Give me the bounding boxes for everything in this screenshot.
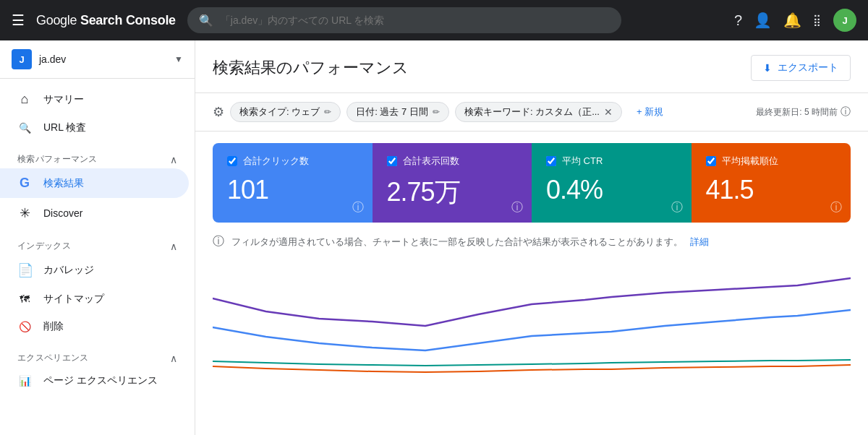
sidebar-item-label: URL 検査: [43, 121, 86, 134]
metric-checkbox-impressions[interactable]: [387, 156, 397, 166]
export-button[interactable]: ⬇ エクスポート: [751, 55, 851, 81]
sidebar-item-label: サイトマップ: [43, 293, 104, 306]
avatar[interactable]: J: [833, 9, 856, 32]
filter-chip-keyword[interactable]: 検索キーワード: カスタム（正... ✕: [455, 102, 622, 122]
content-area: 検索結果のパフォーマンス ⬇ エクスポート ⚙ 検索タイプ: ウェブ ✏ 日付:…: [195, 40, 868, 435]
sidebar-item-label: Discover: [43, 207, 82, 219]
metric-checkbox-ctr[interactable]: [546, 156, 556, 166]
header-icons: ? 👤 🔔 ⣿ J: [734, 9, 856, 32]
sidebar-item-url-inspection[interactable]: 🔍 URL 検査: [0, 114, 189, 142]
metric-value-impressions: 2.75万: [387, 175, 518, 210]
metric-label-clicks: 合計クリック数: [227, 155, 358, 168]
page-title: 検索結果のパフォーマンス: [213, 57, 409, 79]
performance-chart: [213, 255, 851, 400]
search-nav-icon: 🔍: [17, 122, 32, 134]
sidebar-item-discover[interactable]: ✳ Discover: [0, 198, 189, 228]
property-dropdown-arrow[interactable]: ▼: [174, 54, 183, 64]
edit-icon[interactable]: ✏: [324, 107, 331, 117]
sidebar-item-search-results[interactable]: G 検索結果: [0, 168, 189, 198]
metric-value-ctr: 0.4%: [546, 175, 677, 205]
chart-area: [213, 255, 851, 400]
sidebar-item-coverage[interactable]: 📄 カバレッジ: [0, 255, 189, 285]
sitemaps-icon: 🗺: [17, 293, 32, 305]
metric-value-clicks: 101: [227, 175, 358, 205]
app-logo: Google Search Console: [36, 13, 176, 28]
clicks-chart-line: [213, 310, 851, 350]
coverage-icon: 📄: [17, 262, 32, 278]
metric-label-ctr: 平均 CTR: [546, 155, 677, 168]
menu-icon[interactable]: ☰: [12, 12, 25, 29]
search-input[interactable]: [221, 14, 610, 26]
metric-card-impressions[interactable]: 合計表示回数 2.75万 ⓘ: [373, 143, 532, 223]
sidebar-item-page-experience[interactable]: 📊 ページ エクスペリエンス: [0, 367, 189, 395]
help-circle-icon[interactable]: ⓘ: [841, 105, 851, 119]
google-g-icon: G: [17, 176, 32, 191]
property-name: ja.dev: [39, 53, 167, 65]
help-icon-position[interactable]: ⓘ: [830, 200, 842, 215]
content-header: 検索結果のパフォーマンス ⬇ エクスポート: [195, 40, 868, 93]
metric-checkbox-position[interactable]: [706, 156, 716, 166]
close-icon[interactable]: ✕: [604, 106, 613, 118]
discover-icon: ✳: [17, 205, 32, 221]
filter-chip-search-type[interactable]: 検索タイプ: ウェブ ✏: [230, 102, 341, 122]
info-banner: ⓘ フィルタが適用されている場合、チャートと表に一部を反映した合計や結果が表示さ…: [213, 234, 851, 249]
filter-chip-date[interactable]: 日付: 過去 7 日間 ✏: [346, 102, 449, 122]
help-icon[interactable]: ?: [734, 12, 742, 29]
help-icon-impressions[interactable]: ⓘ: [511, 200, 523, 215]
metric-card-position[interactable]: 平均掲載順位 41.5 ⓘ: [692, 143, 851, 223]
main-layout: J ja.dev ▼ ⌂ サマリー 🔍 URL 検査 検索パフォーマンス ∧ G…: [0, 40, 868, 435]
new-filter-button[interactable]: + 新規: [628, 103, 672, 121]
sidebar-item-removals[interactable]: 🚫 削除: [0, 313, 189, 340]
help-icon-clicks[interactable]: ⓘ: [352, 200, 364, 215]
nav-section-experience: エクスペリエンス ∧: [0, 340, 195, 367]
sidebar-item-label: ページ エクスペリエンス: [43, 374, 158, 387]
sidebar-item-summary[interactable]: ⌂ サマリー: [0, 85, 189, 114]
metric-value-position: 41.5: [706, 175, 837, 205]
page-experience-icon: 📊: [17, 375, 32, 387]
edit-icon-date[interactable]: ✏: [433, 107, 440, 117]
sidebar: J ja.dev ▼ ⌂ サマリー 🔍 URL 検査 検索パフォーマンス ∧ G…: [0, 40, 195, 435]
chevron-up-icon-experience[interactable]: ∧: [170, 353, 177, 364]
property-selector[interactable]: J ja.dev ▼: [0, 40, 195, 79]
download-icon: ⬇: [763, 62, 772, 74]
metric-label-position: 平均掲載順位: [706, 155, 837, 168]
sidebar-item-sitemaps[interactable]: 🗺 サイトマップ: [0, 285, 189, 313]
info-link[interactable]: 詳細: [690, 236, 709, 249]
metric-card-ctr[interactable]: 平均 CTR 0.4% ⓘ: [532, 143, 692, 223]
chevron-up-icon-index[interactable]: ∧: [170, 241, 177, 252]
chevron-up-icon[interactable]: ∧: [170, 154, 177, 165]
account-icon[interactable]: 👤: [754, 12, 772, 29]
property-icon: J: [12, 49, 32, 69]
metric-card-clicks[interactable]: 合計クリック数 101 ⓘ: [213, 143, 373, 223]
search-bar[interactable]: 🔍: [187, 7, 621, 33]
info-circle-icon: ⓘ: [213, 234, 224, 249]
metric-checkbox-clicks[interactable]: [227, 156, 237, 166]
search-icon: 🔍: [199, 14, 213, 27]
top-header: ☰ Google Search Console 🔍 ? 👤 🔔 ⣿ J: [0, 0, 868, 40]
last-updated: 最終更新日: 5 時間前 ⓘ: [756, 105, 851, 119]
notification-icon[interactable]: 🔔: [783, 12, 801, 29]
sidebar-item-label: 検索結果: [43, 177, 84, 190]
metric-label-impressions: 合計表示回数: [387, 155, 518, 168]
filter-icon: ⚙: [213, 104, 224, 120]
help-icon-ctr[interactable]: ⓘ: [671, 200, 683, 215]
nav-section-index: インデックス ∧: [0, 228, 195, 255]
sidebar-item-label: サマリー: [43, 93, 84, 106]
metrics-row: 合計クリック数 101 ⓘ 合計表示回数 2.75万 ⓘ 平均 CTR 0.4%: [213, 143, 851, 223]
filter-bar: ⚙ 検索タイプ: ウェブ ✏ 日付: 過去 7 日間 ✏ 検索キーワード: カス…: [195, 93, 868, 132]
sidebar-item-label: 削除: [43, 320, 64, 333]
sidebar-item-label: カバレッジ: [43, 264, 94, 277]
apps-icon[interactable]: ⣿: [813, 14, 822, 27]
position-chart-line: [213, 360, 851, 366]
nav-section-search-performance: 検索パフォーマンス ∧: [0, 142, 195, 168]
ctr-chart-line: [213, 365, 851, 372]
removals-icon: 🚫: [17, 321, 32, 332]
home-icon: ⌂: [17, 92, 32, 107]
